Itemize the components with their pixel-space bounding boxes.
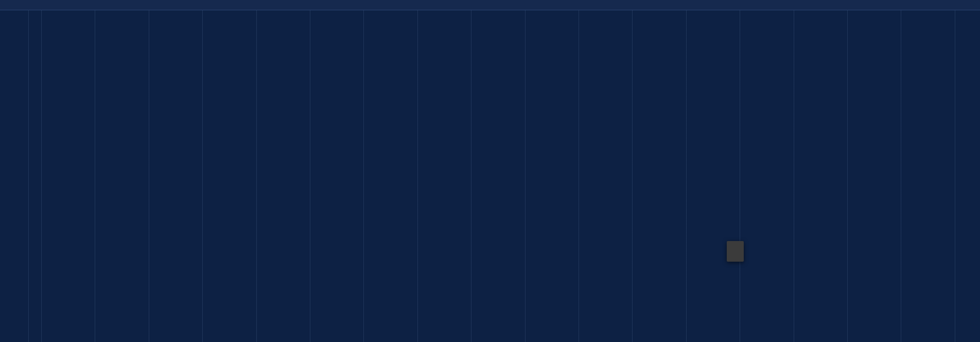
flame-chart[interactable] [0, 0, 980, 342]
performance-tooltip [727, 241, 744, 262]
thread-header[interactable] [0, 0, 980, 10]
